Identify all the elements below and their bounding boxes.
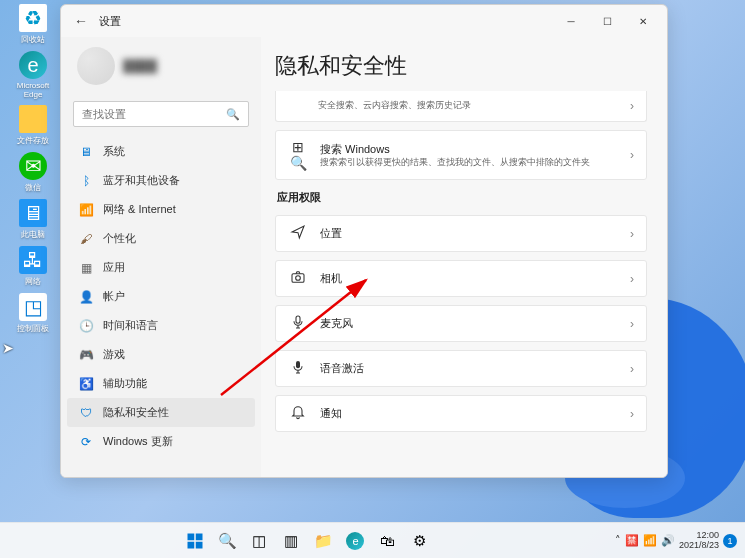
bluetooth-icon: ᛒ — [79, 174, 93, 188]
desktop-icon-wechat[interactable]: ✉ 微信 — [12, 152, 54, 193]
tray-date: 2021/8/23 — [679, 541, 719, 551]
sidebar-item-label: 时间和语言 — [103, 318, 158, 333]
maximize-button[interactable]: ☐ — [589, 7, 625, 35]
tray-network-icon[interactable]: 📶 — [643, 534, 657, 547]
tray-notifications-badge[interactable]: 1 — [723, 534, 737, 548]
svg-rect-8 — [196, 541, 203, 548]
wechat-icon: ✉ — [19, 152, 47, 180]
card-perm-voice-activation[interactable]: 语音激活 › — [275, 350, 647, 387]
card-search-windows[interactable]: ⊞🔍 搜索 Windows 搜索索引以获得更快的结果、查找我的文件、从搜索中排除… — [275, 130, 647, 180]
close-button[interactable]: ✕ — [625, 7, 661, 35]
settings-window: ← 设置 ─ ☐ ✕ ████ 🔍 🖥系统 ᛒ蓝牙和其他设备 📶网络 & Int… — [60, 4, 668, 478]
sidebar-item-windows-update[interactable]: ⟳Windows 更新 — [67, 427, 255, 456]
card-perm-camera[interactable]: 相机 › — [275, 260, 647, 297]
folder-icon — [19, 105, 47, 133]
card-perm-microphone[interactable]: 麦克风 › — [275, 305, 647, 342]
page-title: 隐私和安全性 — [275, 51, 647, 81]
taskbar-search-button[interactable]: 🔍 — [212, 526, 242, 556]
svg-rect-3 — [296, 361, 300, 368]
brush-icon: 🖌 — [79, 232, 93, 246]
sidebar-item-label: 系统 — [103, 144, 125, 159]
desktop-icon-label: 控制面板 — [17, 323, 49, 334]
sidebar-item-label: 游戏 — [103, 347, 125, 362]
chevron-right-icon: › — [630, 407, 634, 421]
sidebar-item-label: 应用 — [103, 260, 125, 275]
clock-icon: 🕒 — [79, 319, 93, 333]
monitor-icon: 🖥 — [19, 199, 47, 227]
camera-icon — [288, 269, 308, 288]
sidebar-item-label: 个性化 — [103, 231, 136, 246]
chevron-right-icon: › — [630, 99, 634, 113]
taskbar-edge[interactable]: e — [340, 526, 370, 556]
taskbar: 🔍 ◫ ▥ 📁 e 🛍 ⚙ ˄ 🈲 📶 🔊 12:00 2021/8/23 1 — [0, 522, 745, 558]
card-perm-location[interactable]: 位置 › — [275, 215, 647, 252]
desktop-icon-control-panel[interactable]: ◳ 控制面板 — [12, 293, 54, 334]
tray-ime-icon[interactable]: 🈲 — [625, 534, 639, 547]
search-windows-icon: ⊞🔍 — [288, 139, 308, 171]
svg-point-1 — [296, 276, 301, 281]
taskbar-store[interactable]: 🛍 — [372, 526, 402, 556]
chevron-right-icon: › — [630, 227, 634, 241]
control-panel-icon: ◳ — [19, 293, 47, 321]
taskbar-widgets[interactable]: ▥ — [276, 526, 306, 556]
taskbar-explorer[interactable]: 📁 — [308, 526, 338, 556]
desktop-icon-label: 回收站 — [21, 34, 45, 45]
sidebar-item-system[interactable]: 🖥系统 — [67, 137, 255, 166]
svg-rect-6 — [196, 533, 203, 540]
card-title: 通知 — [320, 406, 618, 421]
back-button[interactable]: ← — [67, 7, 95, 35]
search-input[interactable] — [82, 108, 226, 120]
settings-sidebar: ████ 🔍 🖥系统 ᛒ蓝牙和其他设备 📶网络 & Internet 🖌个性化 … — [61, 37, 261, 477]
sidebar-item-accounts[interactable]: 👤帐户 — [67, 282, 255, 311]
search-icon: 🔍 — [226, 108, 240, 121]
tray-clock[interactable]: 12:00 2021/8/23 — [679, 531, 719, 551]
update-icon: ⟳ — [79, 435, 93, 449]
chevron-right-icon: › — [630, 272, 634, 286]
svg-rect-7 — [188, 541, 195, 548]
shield-icon: 🛡 — [79, 406, 93, 420]
card-title: 搜索 Windows — [320, 142, 618, 157]
sidebar-item-accessibility[interactable]: ♿辅助功能 — [67, 369, 255, 398]
window-titlebar[interactable]: ← 设置 ─ ☐ ✕ — [61, 5, 667, 37]
svg-rect-2 — [296, 316, 300, 323]
send-icon — [288, 224, 308, 243]
sidebar-item-gaming[interactable]: 🎮游戏 — [67, 340, 255, 369]
sidebar-item-label: 辅助功能 — [103, 376, 147, 391]
chevron-right-icon: › — [630, 362, 634, 376]
sidebar-item-network[interactable]: 📶网络 & Internet — [67, 195, 255, 224]
taskbar-settings[interactable]: ⚙ — [404, 526, 434, 556]
minimize-button[interactable]: ─ — [553, 7, 589, 35]
section-heading: 应用权限 — [277, 190, 647, 205]
svg-rect-0 — [292, 274, 304, 283]
system-tray: ˄ 🈲 📶 🔊 12:00 2021/8/23 1 — [615, 531, 745, 551]
sidebar-item-privacy[interactable]: 🛡隐私和安全性 — [67, 398, 255, 427]
search-box[interactable]: 🔍 — [73, 101, 249, 127]
sidebar-item-label: 网络 & Internet — [103, 202, 176, 217]
bell-icon — [288, 404, 308, 423]
sidebar-item-apps[interactable]: ▦应用 — [67, 253, 255, 282]
desktop-icon-label: 微信 — [25, 182, 41, 193]
desktop-icon-this-pc[interactable]: 🖥 此电脑 — [12, 199, 54, 240]
desktop-icon-network[interactable]: 🖧 网络 — [12, 246, 54, 287]
sidebar-item-bluetooth[interactable]: ᛒ蓝牙和其他设备 — [67, 166, 255, 195]
card-subtitle: 安全搜索、云内容搜索、搜索历史记录 — [318, 100, 618, 112]
sidebar-item-time-language[interactable]: 🕒时间和语言 — [67, 311, 255, 340]
apps-icon: ▦ — [79, 261, 93, 275]
gamepad-icon: 🎮 — [79, 348, 93, 362]
sidebar-item-label: 蓝牙和其他设备 — [103, 173, 180, 188]
taskbar-start-button[interactable] — [180, 526, 210, 556]
sidebar-item-label: 帐户 — [103, 289, 125, 304]
desktop-icon-folder-files[interactable]: 文件存放 — [12, 105, 54, 146]
desktop-icon-edge[interactable]: e Microsoft Edge — [12, 51, 54, 99]
sidebar-item-personalization[interactable]: 🖌个性化 — [67, 224, 255, 253]
desktop-icon-recycle-bin[interactable]: ♻ 回收站 — [12, 4, 54, 45]
card-search-permissions-partial[interactable]: 安全搜索、云内容搜索、搜索历史记录 › — [275, 91, 647, 122]
tray-volume-icon[interactable]: 🔊 — [661, 534, 675, 547]
tray-chevron-up-icon[interactable]: ˄ — [615, 534, 621, 547]
user-profile[interactable]: ████ — [67, 41, 255, 97]
taskbar-task-view[interactable]: ◫ — [244, 526, 274, 556]
desktop-icon-label: Microsoft Edge — [12, 81, 54, 99]
card-perm-notifications[interactable]: 通知 › — [275, 395, 647, 432]
recycle-bin-icon: ♻ — [19, 4, 47, 32]
person-icon: 👤 — [79, 290, 93, 304]
